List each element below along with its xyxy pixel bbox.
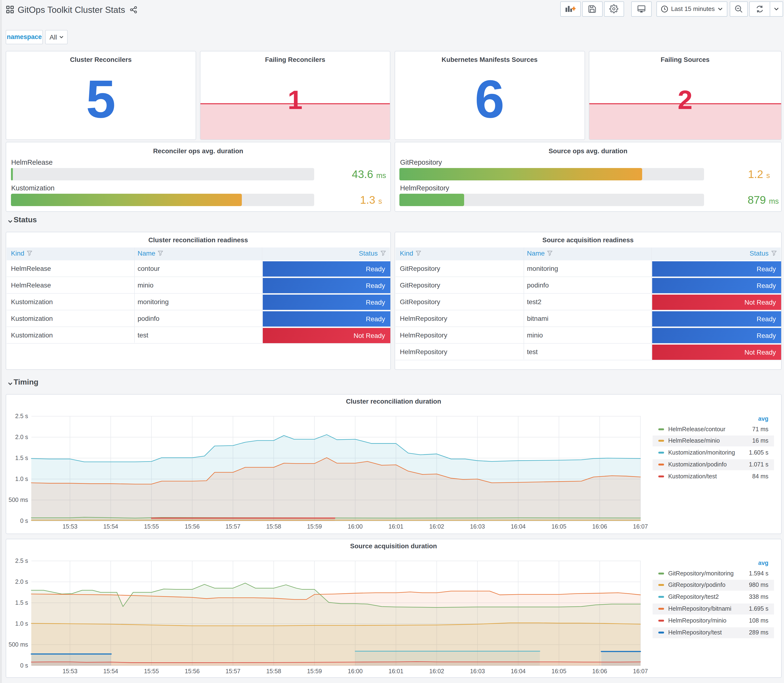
- svg-text:15:59: 15:59: [307, 668, 322, 675]
- svg-text:15:54: 15:54: [103, 668, 118, 675]
- svg-text:2.0 s: 2.0 s: [15, 434, 28, 440]
- svg-text:16:07: 16:07: [633, 523, 648, 530]
- svg-text:16:06: 16:06: [592, 523, 607, 530]
- svg-text:15:57: 15:57: [226, 668, 240, 675]
- svg-text:16:03: 16:03: [470, 668, 485, 675]
- svg-text:15:53: 15:53: [63, 668, 78, 675]
- svg-text:2.5 s: 2.5 s: [15, 413, 28, 419]
- svg-text:500 ms: 500 ms: [8, 496, 28, 503]
- svg-text:0 s: 0 s: [20, 517, 28, 524]
- svg-text:15:53: 15:53: [63, 523, 78, 530]
- svg-text:16:04: 16:04: [511, 523, 526, 530]
- svg-text:16:02: 16:02: [430, 523, 444, 530]
- svg-text:16:00: 16:00: [348, 668, 363, 675]
- svg-text:1.0 s: 1.0 s: [15, 476, 28, 482]
- svg-text:15:58: 15:58: [266, 523, 281, 530]
- svg-text:16:05: 16:05: [552, 668, 566, 675]
- svg-text:1.5 s: 1.5 s: [15, 455, 28, 461]
- svg-text:16:04: 16:04: [511, 668, 526, 675]
- svg-text:2.0 s: 2.0 s: [15, 578, 28, 585]
- svg-text:15:55: 15:55: [144, 668, 159, 675]
- svg-text:16:01: 16:01: [388, 668, 403, 675]
- svg-text:15:58: 15:58: [266, 668, 281, 675]
- svg-text:15:55: 15:55: [144, 523, 159, 530]
- svg-text:500 ms: 500 ms: [8, 641, 28, 648]
- svg-text:0 s: 0 s: [20, 662, 28, 669]
- svg-text:15:54: 15:54: [103, 523, 118, 530]
- svg-text:16:02: 16:02: [430, 668, 444, 675]
- svg-text:1.5 s: 1.5 s: [15, 599, 28, 606]
- svg-text:16:00: 16:00: [348, 523, 363, 530]
- svg-text:15:59: 15:59: [307, 523, 322, 530]
- svg-text:16:01: 16:01: [388, 523, 403, 530]
- svg-text:2.5 s: 2.5 s: [15, 557, 28, 564]
- svg-text:1.0 s: 1.0 s: [15, 620, 28, 627]
- svg-text:16:07: 16:07: [633, 668, 648, 675]
- svg-text:16:05: 16:05: [552, 523, 566, 530]
- svg-text:15:57: 15:57: [226, 523, 240, 530]
- svg-text:16:03: 16:03: [470, 523, 485, 530]
- svg-text:16:06: 16:06: [592, 668, 607, 675]
- svg-text:15:56: 15:56: [185, 668, 200, 675]
- svg-text:15:56: 15:56: [185, 523, 200, 530]
